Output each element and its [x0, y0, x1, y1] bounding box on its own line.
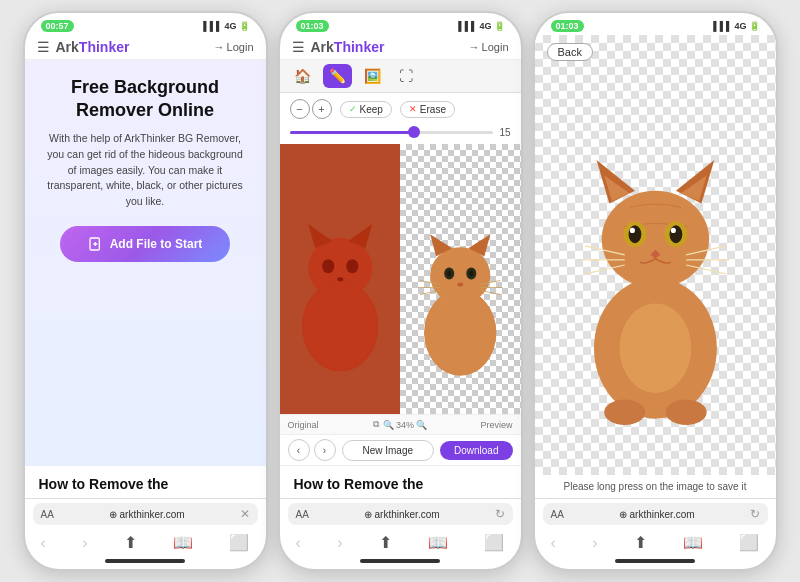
back-button-2[interactable]: ‹ [292, 532, 305, 554]
save-hint: Please long press on the image to save i… [558, 475, 753, 498]
cat-result-svg [553, 67, 758, 463]
share-button-1[interactable]: ⬆ [120, 531, 141, 554]
url-reload-button-2[interactable]: ↻ [495, 507, 505, 521]
svg-point-2 [308, 238, 372, 298]
battery-icon-2: 🔋 [494, 21, 505, 31]
redo-button[interactable]: › [314, 439, 336, 461]
svg-point-36 [670, 228, 675, 233]
tabs-button-1[interactable]: ⬜ [225, 531, 253, 554]
nav-icons-2: ‹ › ⬆ 📖 ⬜ [288, 529, 513, 556]
copy-icon: ⧉ [373, 419, 379, 430]
zoom-plus-button[interactable]: + [312, 99, 332, 119]
url-clear-button-1[interactable]: ✕ [240, 507, 250, 521]
nav-icons-1: ‹ › ⬆ 📖 ⬜ [33, 529, 258, 556]
status-bar-3: 01:03 ▌▌▌ 4G 🔋 [535, 13, 776, 35]
bottom-bar-2: AA ⊕ arkthinker.com ↻ ‹ › ⬆ 📖 ⬜ [280, 498, 521, 569]
bookmarks-button-3[interactable]: 📖 [679, 531, 707, 554]
svg-point-44 [665, 399, 706, 425]
svg-point-15 [447, 270, 451, 276]
nav-bar-1: ☰ ArkThinker → Login [25, 35, 266, 60]
tool-preview-button[interactable]: 🖼️ [358, 64, 387, 88]
home-indicator-2 [360, 559, 440, 563]
how-to-section-1: How to Remove the [25, 466, 266, 498]
svg-point-16 [469, 270, 473, 276]
url-text-2: ⊕ arkthinker.com [364, 509, 440, 520]
forward-button-2[interactable]: › [333, 532, 346, 554]
network-icon-2: 4G [479, 21, 491, 31]
editor-bottom-info: Original ⧉ 🔍 34% 🔍 Preview [280, 414, 521, 434]
erase-button[interactable]: ✕ Erase [400, 101, 455, 118]
how-to-title-2: How to Remove the [294, 476, 507, 492]
status-icons-1: ▌▌▌ 4G 🔋 [203, 21, 249, 31]
aa-label-1: AA [41, 509, 54, 520]
undo-redo-buttons: ‹ › [288, 439, 336, 461]
brush-thumb[interactable] [408, 126, 420, 138]
status-icons-2: ▌▌▌ 4G 🔋 [458, 21, 504, 31]
hero-section: Free Background Remover Online With the … [25, 60, 266, 466]
result-content: Back [535, 35, 776, 498]
forward-button-nav-3[interactable]: › [588, 532, 601, 554]
keep-button[interactable]: ✓ Keep [340, 101, 392, 118]
canvas-original [280, 144, 401, 414]
zoom-in-icon[interactable]: 🔍 [416, 420, 427, 430]
zoom-minus-button[interactable]: − [290, 99, 310, 119]
svg-point-6 [346, 259, 358, 273]
bottom-bar-3: AA ⊕ arkthinker.com ↻ ‹ › ⬆ 📖 ⬜ [535, 498, 776, 569]
battery-icon-1: 🔋 [239, 21, 250, 31]
zoom-info: 🔍 34% 🔍 [383, 420, 427, 430]
share-button-2[interactable]: ⬆ [375, 531, 396, 554]
zoom-out-icon[interactable]: 🔍 [383, 420, 394, 430]
svg-point-34 [669, 225, 682, 243]
login-button-2[interactable]: → Login [469, 41, 509, 53]
hamburger-icon-2[interactable]: ☰ [292, 39, 305, 55]
add-file-button[interactable]: Add File to Start [60, 226, 231, 262]
share-button-3[interactable]: ⬆ [630, 531, 651, 554]
hamburger-icon-1[interactable]: ☰ [37, 39, 50, 55]
bookmarks-button-1[interactable]: 📖 [169, 531, 197, 554]
status-time-1: 00:57 [41, 20, 74, 32]
editor-actions: ‹ › New Image Download [280, 434, 521, 465]
tabs-button-2[interactable]: ⬜ [480, 531, 508, 554]
url-text-3: ⊕ arkthinker.com [619, 509, 695, 520]
new-image-button[interactable]: New Image [342, 440, 435, 461]
phone1-content: Free Background Remover Online With the … [25, 60, 266, 498]
url-reload-button-3[interactable]: ↻ [750, 507, 760, 521]
back-button-nav-3[interactable]: ‹ [547, 532, 560, 554]
network-icon-3: 4G [734, 21, 746, 31]
brand-logo-1: ArkThinker [56, 39, 208, 55]
brush-row: 15 [280, 125, 521, 144]
undo-button[interactable]: ‹ [288, 439, 310, 461]
phone-1: 00:57 ▌▌▌ 4G 🔋 ☰ ArkThinker → Login Free… [23, 11, 268, 571]
battery-icon-3: 🔋 [749, 21, 760, 31]
status-bar-1: 00:57 ▌▌▌ 4G 🔋 [25, 13, 266, 35]
tool-compare-button[interactable]: ⛶ [393, 64, 419, 88]
url-bar-2: AA ⊕ arkthinker.com ↻ [288, 503, 513, 525]
cat-preview-svg [400, 171, 521, 414]
status-time-2: 01:03 [296, 20, 329, 32]
tool-edit-button[interactable]: ✏️ [323, 64, 352, 88]
file-upload-icon [88, 236, 104, 252]
tabs-button-3[interactable]: ⬜ [735, 531, 763, 554]
brush-value: 15 [499, 127, 510, 138]
nav-bar-2: ☰ ArkThinker → Login [280, 35, 521, 60]
back-button-1[interactable]: ‹ [37, 532, 50, 554]
svg-point-25 [619, 303, 691, 393]
brush-slider[interactable] [290, 131, 494, 134]
aa-label-2: AA [296, 509, 309, 520]
edit-tools-row: − + ✓ Keep ✕ Erase [280, 93, 521, 125]
how-to-title-1: How to Remove the [39, 476, 252, 492]
forward-button-1[interactable]: › [78, 532, 91, 554]
editor-canvas [280, 144, 521, 414]
svg-point-5 [322, 259, 334, 273]
login-button-1[interactable]: → Login [214, 41, 254, 53]
svg-point-26 [601, 191, 709, 288]
download-button[interactable]: Download [440, 441, 512, 460]
phone-3: 01:03 ▌▌▌ 4G 🔋 Back [533, 11, 778, 571]
tool-original-button[interactable]: 🏠 [288, 64, 317, 88]
signal-icon-2: ▌▌▌ [458, 21, 477, 31]
home-indicator-3 [615, 559, 695, 563]
bookmarks-button-2[interactable]: 📖 [424, 531, 452, 554]
brand-logo-2: ArkThinker [311, 39, 463, 55]
url-bar-3: AA ⊕ arkthinker.com ↻ [543, 503, 768, 525]
back-button-3[interactable]: Back [547, 43, 593, 61]
